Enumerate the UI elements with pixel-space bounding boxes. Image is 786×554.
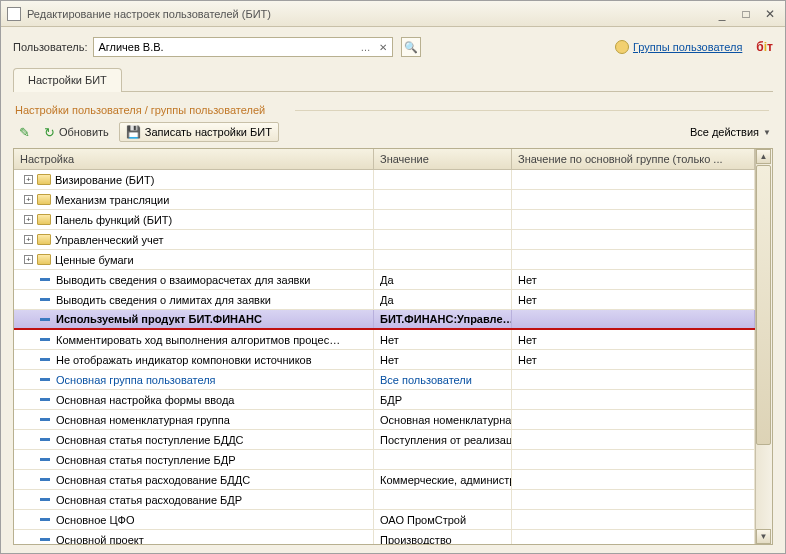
table-row[interactable]: Используемый продукт БИТ.ФИНАНСБИТ.ФИНАН… (14, 310, 755, 330)
refresh-button[interactable]: ↻ Обновить (40, 123, 113, 142)
cell-value[interactable]: Коммерческие, администра… (374, 470, 512, 489)
cell-group-value (512, 190, 755, 209)
cell-group-value (512, 510, 755, 529)
row-label: Комментировать ход выполнения алгоритмов… (56, 334, 340, 346)
row-label: Основная статья расходование БДР (56, 494, 242, 506)
table-row[interactable]: Выводить сведения о лимитах для заявкиДа… (14, 290, 755, 310)
settings-grid: Настройка Значение Значение по основной … (13, 148, 773, 545)
window-title: Редактирование настроек пользователей (Б… (27, 8, 707, 20)
cell-value[interactable]: БИТ.ФИНАНС:Управле… (374, 310, 512, 328)
cell-name: Основная статья расходование БДР (14, 490, 374, 509)
row-label: Механизм трансляции (55, 194, 169, 206)
cell-group-value (512, 310, 755, 328)
edit-button[interactable]: ✎ (15, 123, 34, 142)
cell-name: +Механизм трансляции (14, 190, 374, 209)
cell-value[interactable]: Да (374, 270, 512, 289)
table-row[interactable]: Основной проектПроизводство (14, 530, 755, 544)
row-label: Ценные бумаги (55, 254, 134, 266)
close-button[interactable]: ✕ (761, 6, 779, 22)
cell-value[interactable] (374, 170, 512, 189)
expand-icon[interactable]: + (24, 195, 33, 204)
cell-value[interactable]: Поступления от реализаци… (374, 430, 512, 449)
cell-group-value (512, 230, 755, 249)
scroll-thumb[interactable] (756, 165, 771, 445)
leaf-icon (40, 418, 50, 421)
cell-value[interactable]: Производство (374, 530, 512, 544)
table-row[interactable]: +Визирование (БИТ) (14, 170, 755, 190)
expand-icon[interactable]: + (24, 235, 33, 244)
cell-value[interactable]: ОАО ПромСтрой (374, 510, 512, 529)
table-row[interactable]: Основная статья поступление БДДСПоступле… (14, 430, 755, 450)
cell-value[interactable] (374, 210, 512, 229)
table-row[interactable]: Комментировать ход выполнения алгоритмов… (14, 330, 755, 350)
cell-value[interactable]: Нет (374, 350, 512, 369)
clear-button[interactable]: ✕ (374, 38, 392, 56)
header-name[interactable]: Настройка (14, 149, 374, 169)
table-row[interactable]: Основная статья расходование БДДСКоммерч… (14, 470, 755, 490)
cell-value[interactable]: Да (374, 290, 512, 309)
maximize-button[interactable]: □ (737, 6, 755, 22)
cell-name: Основная статья поступление БДДС (14, 430, 374, 449)
search-button[interactable]: 🔍 (401, 37, 421, 57)
bit-icon[interactable]: біт (756, 40, 773, 54)
row-label: Выводить сведения о лимитах для заявки (56, 294, 271, 306)
cell-value[interactable] (374, 490, 512, 509)
cell-name: Основное ЦФО (14, 510, 374, 529)
select-button[interactable]: … (356, 38, 374, 56)
table-row[interactable]: +Панель функций (БИТ) (14, 210, 755, 230)
section-subtitle: Настройки пользователя / группы пользова… (15, 104, 771, 116)
cell-value[interactable] (374, 230, 512, 249)
save-icon: 💾 (126, 125, 141, 139)
table-row[interactable]: +Механизм трансляции (14, 190, 755, 210)
groups-link[interactable]: Группы пользователя (615, 40, 742, 54)
cell-value[interactable] (374, 190, 512, 209)
all-actions-menu[interactable]: Все действия ▼ (690, 126, 771, 138)
table-row[interactable]: Выводить сведения о взаиморасчетах для з… (14, 270, 755, 290)
titlebar: Редактирование настроек пользователей (Б… (1, 1, 785, 27)
save-settings-button[interactable]: 💾 Записать настройки БИТ (119, 122, 279, 142)
minimize-button[interactable]: _ (713, 6, 731, 22)
table-row[interactable]: Основная номенклатурная группаОсновная н… (14, 410, 755, 430)
table-row[interactable]: Основная настройка формы вводаБДР (14, 390, 755, 410)
refresh-icon: ↻ (44, 125, 55, 140)
cell-name: Основная настройка формы ввода (14, 390, 374, 409)
cell-value[interactable]: Нет (374, 330, 512, 349)
user-label: Пользователь: (13, 41, 87, 53)
cell-value[interactable] (374, 250, 512, 269)
tab-settings-bit[interactable]: Настройки БИТ (13, 68, 122, 92)
row-label: Выводить сведения о взаиморасчетах для з… (56, 274, 310, 286)
cell-value[interactable]: БДР (374, 390, 512, 409)
table-row[interactable]: +Ценные бумаги (14, 250, 755, 270)
row-label: Основная настройка формы ввода (56, 394, 234, 406)
cell-name: +Ценные бумаги (14, 250, 374, 269)
table-row[interactable]: Основное ЦФООАО ПромСтрой (14, 510, 755, 530)
grid-headers: Настройка Значение Значение по основной … (14, 149, 755, 170)
user-field-wrap[interactable]: … ✕ (93, 37, 393, 57)
row-label: Основное ЦФО (56, 514, 135, 526)
cell-name: Основной проект (14, 530, 374, 544)
header-value[interactable]: Значение (374, 149, 512, 169)
table-row[interactable]: Основная статья поступление БДР (14, 450, 755, 470)
row-label: Основная группа пользователя (56, 374, 216, 386)
expand-icon[interactable]: + (24, 255, 33, 264)
expand-icon[interactable]: + (24, 175, 33, 184)
user-group-icon (615, 40, 629, 54)
cell-value[interactable]: Основная номенклатурная … (374, 410, 512, 429)
scroll-up-button[interactable]: ▲ (756, 149, 771, 164)
header-group-value[interactable]: Значение по основной группе (только ... (512, 149, 755, 169)
cell-name: Выводить сведения о лимитах для заявки (14, 290, 374, 309)
table-row[interactable]: +Управленческий учет (14, 230, 755, 250)
cell-value[interactable] (374, 450, 512, 469)
table-row[interactable]: Основная группа пользователяВсе пользова… (14, 370, 755, 390)
cell-group-value (512, 450, 755, 469)
cell-value[interactable]: Все пользователи (374, 370, 512, 389)
table-row[interactable]: Не отображать индикатор компоновки источ… (14, 350, 755, 370)
cell-group-value (512, 390, 755, 409)
scroll-down-button[interactable]: ▼ (756, 529, 771, 544)
leaf-icon (40, 518, 50, 521)
user-field[interactable] (94, 41, 356, 53)
vertical-scrollbar[interactable]: ▲ ▼ (755, 149, 772, 544)
table-row[interactable]: Основная статья расходование БДР (14, 490, 755, 510)
row-label: Управленческий учет (55, 234, 163, 246)
expand-icon[interactable]: + (24, 215, 33, 224)
